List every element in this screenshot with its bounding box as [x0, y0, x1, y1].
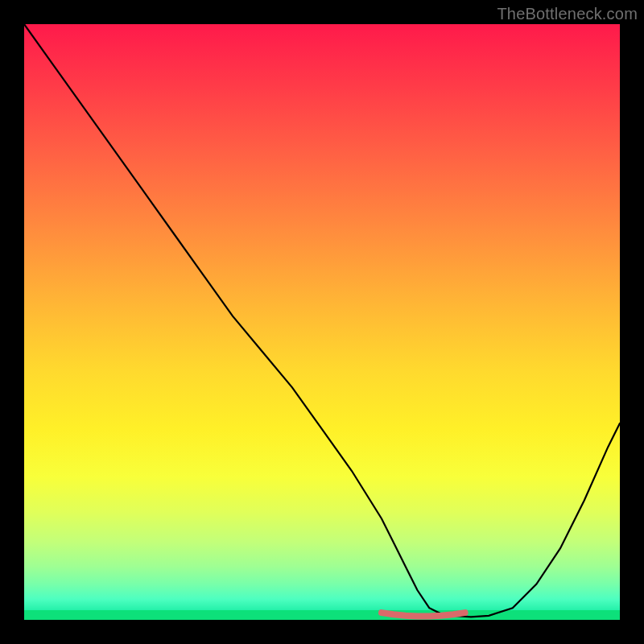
chart-svg — [24, 24, 620, 620]
bottleneck-curve — [24, 24, 620, 617]
plot-area — [24, 24, 620, 620]
baseline-strip — [24, 610, 620, 620]
watermark-label: TheBottleneck.com — [497, 5, 638, 23]
chart-frame: TheBottleneck.com — [0, 0, 644, 644]
